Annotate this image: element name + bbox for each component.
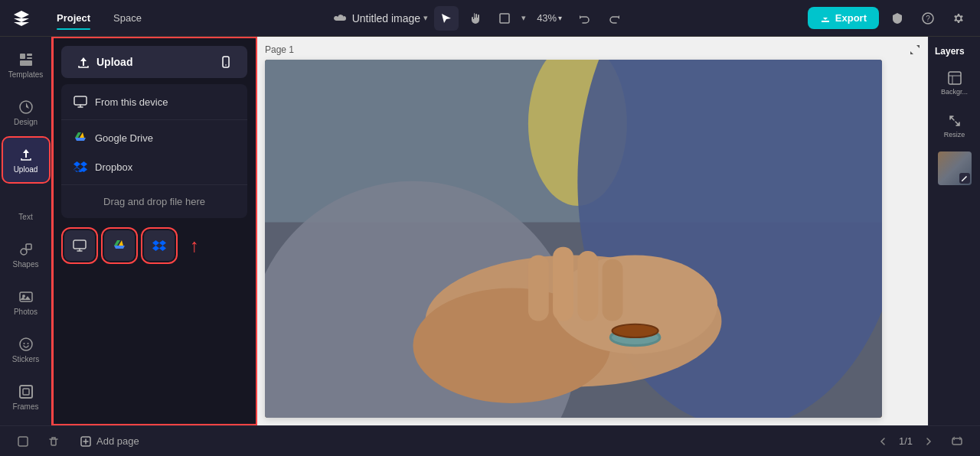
sidebar-item-text[interactable]: Text bbox=[3, 185, 49, 230]
svg-rect-5 bbox=[27, 57, 32, 59]
gdrive-icon-btn[interactable] bbox=[104, 230, 135, 261]
undo-btn[interactable] bbox=[573, 6, 597, 31]
upload-options: From this device Google Drive Dropbox Dr… bbox=[61, 84, 247, 218]
svg-rect-30 bbox=[553, 247, 573, 321]
cloud-icon bbox=[334, 12, 346, 24]
frame-tool-btn[interactable] bbox=[492, 6, 517, 31]
background-label: Backgr... bbox=[941, 88, 968, 96]
svg-point-12 bbox=[20, 338, 32, 350]
prev-page-btn[interactable] bbox=[874, 432, 893, 451]
add-page-btn[interactable]: Add page bbox=[74, 432, 145, 451]
help-icon-btn[interactable]: ? bbox=[916, 6, 940, 31]
svg-rect-4 bbox=[27, 54, 32, 56]
sidebar-item-design[interactable]: Design bbox=[3, 90, 49, 135]
topbar-tabs: Project Space bbox=[46, 8, 152, 28]
delete-page-btn[interactable] bbox=[43, 431, 64, 452]
select-tool-btn[interactable] bbox=[434, 6, 459, 31]
canvas-page-label: Page 1 bbox=[265, 44, 294, 55]
topbar-tools: ▾ 43% ▾ bbox=[434, 6, 626, 31]
sidebar-item-upload[interactable]: Upload bbox=[3, 138, 49, 182]
export-button[interactable]: Export bbox=[808, 7, 879, 29]
tab-space[interactable]: Space bbox=[103, 8, 152, 28]
sidebar-item-stickers[interactable]: Stickers bbox=[3, 327, 49, 372]
tab-project[interactable]: Project bbox=[46, 8, 101, 28]
divider-1 bbox=[61, 119, 247, 120]
left-sidebar: Templates Design Upload Text Shapes Phot… bbox=[0, 37, 52, 425]
design-label: Design bbox=[14, 118, 38, 126]
text-label: Text bbox=[18, 213, 32, 221]
upload-button[interactable]: Upload bbox=[61, 46, 247, 78]
add-page-label: Add page bbox=[96, 435, 139, 447]
svg-rect-29 bbox=[528, 255, 549, 321]
resize-icon bbox=[947, 113, 962, 129]
svg-rect-19 bbox=[74, 96, 87, 105]
background-layer-btn[interactable]: Backgr... bbox=[935, 63, 975, 103]
red-arrow-indicator: ↑ bbox=[190, 235, 199, 256]
frame-dropdown-icon[interactable]: ▾ bbox=[521, 13, 526, 23]
svg-point-13 bbox=[23, 343, 24, 344]
dropbox-small-icon bbox=[152, 239, 166, 252]
svg-rect-31 bbox=[577, 251, 598, 321]
canvas-area[interactable]: Page 1 bbox=[257, 37, 928, 425]
sidebar-item-templates[interactable]: Templates bbox=[3, 43, 49, 87]
background-icon bbox=[947, 70, 962, 86]
layer-thumbnail[interactable] bbox=[938, 151, 972, 185]
drag-drop-text: Drag and drop file here bbox=[61, 188, 247, 215]
frames-label: Frames bbox=[13, 402, 39, 411]
google-drive-option[interactable]: Google Drive bbox=[61, 123, 247, 152]
page-settings-btn[interactable] bbox=[12, 431, 34, 452]
resize-btn[interactable]: Resize bbox=[935, 106, 975, 145]
svg-rect-16 bbox=[23, 389, 29, 395]
svg-rect-6 bbox=[20, 60, 32, 66]
dropbox-label: Dropbox bbox=[95, 161, 132, 173]
main-content: Templates Design Upload Text Shapes Phot… bbox=[0, 37, 980, 425]
monitor-icon bbox=[74, 95, 87, 109]
dropbox-option[interactable]: Dropbox bbox=[61, 152, 247, 181]
gdrive-small-icon bbox=[113, 239, 126, 252]
shield-icon-btn[interactable] bbox=[885, 6, 910, 31]
zoom-control[interactable]: 43% ▾ bbox=[531, 9, 568, 27]
next-page-btn[interactable] bbox=[919, 432, 937, 451]
resize-label: Resize bbox=[944, 131, 965, 138]
divider-2 bbox=[61, 184, 247, 185]
device-icon-btn[interactable] bbox=[64, 230, 95, 261]
google-drive-label: Google Drive bbox=[95, 132, 153, 144]
layer-edit-badge bbox=[959, 173, 970, 184]
upload-label: Upload bbox=[14, 165, 38, 174]
zoom-value: 43% bbox=[537, 12, 557, 24]
sidebar-item-shapes[interactable]: Shapes bbox=[3, 233, 49, 277]
sidebar-item-frames[interactable]: Frames bbox=[3, 375, 49, 419]
dropbox-icon-btn[interactable] bbox=[144, 230, 175, 261]
upload-btn-label: Upload bbox=[96, 56, 132, 68]
topbar: Project Space Untitled image ▾ ▾ 43% bbox=[0, 0, 980, 37]
export-label: Export bbox=[835, 12, 867, 24]
zoom-dropdown-icon: ▾ bbox=[558, 14, 562, 22]
svg-point-18 bbox=[225, 64, 227, 66]
photos-label: Photos bbox=[14, 308, 38, 316]
svg-point-11 bbox=[22, 295, 25, 298]
svg-rect-15 bbox=[20, 386, 32, 398]
upload-panel: Upload From this device Google Drive Dro… bbox=[52, 37, 257, 425]
layers-title: Layers bbox=[929, 43, 968, 60]
upload-icon bbox=[77, 55, 90, 69]
doc-title-area[interactable]: Untitled image ▾ bbox=[352, 12, 429, 24]
canvas-expand-btn[interactable] bbox=[910, 44, 920, 58]
from-device-label: From this device bbox=[95, 96, 168, 108]
dropbox-icon bbox=[74, 160, 87, 174]
svg-rect-36 bbox=[18, 437, 28, 446]
canvas-content bbox=[265, 60, 882, 418]
settings-icon-btn[interactable] bbox=[946, 6, 971, 31]
fullscreen-btn[interactable] bbox=[946, 431, 968, 452]
redo-btn[interactable] bbox=[602, 6, 626, 31]
sidebar-item-photos[interactable]: Photos bbox=[3, 280, 49, 324]
topbar-right: Export ? bbox=[808, 6, 971, 31]
bottom-bar: Add page 1/1 bbox=[0, 425, 980, 456]
svg-rect-9 bbox=[26, 244, 31, 249]
topbar-center: Untitled image ▾ ▾ 43% ▾ bbox=[158, 6, 802, 31]
app-logo[interactable] bbox=[9, 6, 34, 31]
title-dropdown-icon: ▾ bbox=[423, 13, 428, 23]
hand-tool-btn[interactable] bbox=[463, 6, 488, 31]
page-counter: 1/1 bbox=[899, 435, 913, 447]
from-device-option[interactable]: From this device bbox=[61, 87, 247, 116]
svg-point-14 bbox=[27, 343, 28, 344]
